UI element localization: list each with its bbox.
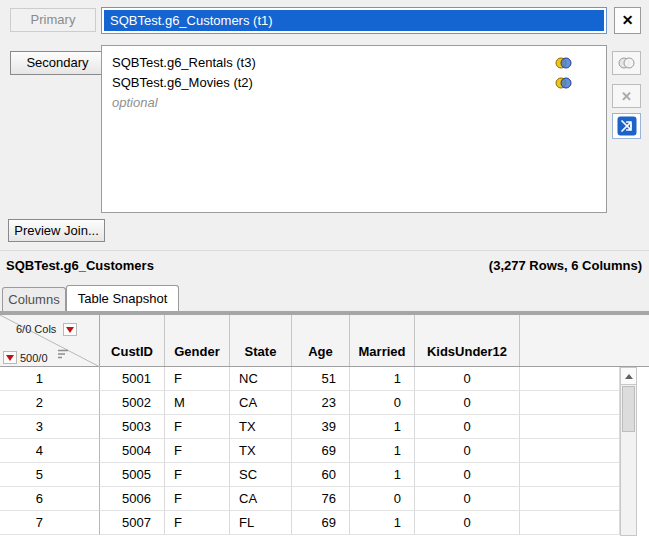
primary-table-field[interactable]: SQBTest.g6_Customers (t1) <box>101 7 607 34</box>
up-arrow-icon <box>625 374 633 379</box>
rows-count-badge: 500/0 <box>20 352 48 364</box>
remove-primary-table-button[interactable]: ✕ <box>614 7 641 34</box>
join-venn-icon[interactable] <box>555 77 572 89</box>
table-cell[interactable]: 0 <box>415 439 520 463</box>
table-snapshot-grid: 6/0 Cols 500/0 CustIDGenderStateAgeMarri… <box>0 311 649 536</box>
columns-count-badge: 6/0 Cols <box>16 323 56 335</box>
table-cell[interactable]: 51 <box>292 367 350 391</box>
grid-body: 15001FNC511025002MCA230035003FTX39104500… <box>0 367 649 535</box>
table-cell[interactable]: M <box>165 391 230 415</box>
column-header-custid[interactable]: CustID <box>100 315 165 366</box>
table-row: 65006FCA7600 <box>0 487 649 511</box>
empty-cell <box>520 463 620 487</box>
table-cell[interactable]: F <box>165 511 230 535</box>
swap-tables-button[interactable] <box>612 113 641 139</box>
table-row: 35003FTX3910 <box>0 415 649 439</box>
table-cell[interactable]: 69 <box>292 439 350 463</box>
primary-label: Primary <box>10 8 96 32</box>
tab-table-snapshot[interactable]: Table Snapshot <box>66 285 179 311</box>
table-cell[interactable]: 60 <box>292 463 350 487</box>
table-cell[interactable]: 5006 <box>100 487 165 511</box>
table-cell[interactable]: 0 <box>415 487 520 511</box>
table-cell[interactable]: 0 <box>415 415 520 439</box>
table-row: 15001FNC5110 <box>0 367 649 391</box>
secondary-table-item[interactable]: SQBTest.g6_Rentals (t3) <box>102 53 606 73</box>
table-cell[interactable]: TX <box>230 415 292 439</box>
empty-cell <box>520 511 620 535</box>
vertical-scrollbar[interactable] <box>620 367 637 536</box>
row-number[interactable]: 4 <box>0 439 100 463</box>
table-cell[interactable]: 76 <box>292 487 350 511</box>
table-cell[interactable]: 69 <box>292 511 350 535</box>
row-number[interactable]: 3 <box>0 415 100 439</box>
primary-table-selection[interactable]: SQBTest.g6_Customers (t1) <box>104 10 604 31</box>
row-number[interactable]: 7 <box>0 511 100 535</box>
secondary-table-list[interactable]: SQBTest.g6_Rentals (t3)SQBTest.g6_Movies… <box>101 45 607 213</box>
table-cell[interactable]: 1 <box>350 415 415 439</box>
join-venn-icon[interactable] <box>555 57 572 69</box>
table-cell[interactable]: 0 <box>415 391 520 415</box>
column-header-gender[interactable]: Gender <box>165 315 230 366</box>
table-cell[interactable]: 1 <box>350 463 415 487</box>
tab-columns[interactable]: Columns <box>2 287 66 311</box>
table-row: 25002MCA2300 <box>0 391 649 415</box>
table-cell[interactable]: CA <box>230 487 292 511</box>
table-cell[interactable]: F <box>165 415 230 439</box>
table-cell[interactable]: F <box>165 439 230 463</box>
crossed-arrows-icon <box>617 116 637 136</box>
header-filler <box>520 315 620 366</box>
table-cell[interactable]: NC <box>230 367 292 391</box>
table-cell[interactable]: 1 <box>350 367 415 391</box>
table-cell[interactable]: 0 <box>415 463 520 487</box>
remove-secondary-table-button[interactable]: ✕ <box>612 84 641 108</box>
table-cell[interactable]: 1 <box>350 511 415 535</box>
table-cell[interactable]: 5007 <box>100 511 165 535</box>
table-cell[interactable]: 5005 <box>100 463 165 487</box>
table-cell[interactable]: 0 <box>350 487 415 511</box>
table-cell[interactable]: 5001 <box>100 367 165 391</box>
table-row: 45004FTX6910 <box>0 439 649 463</box>
table-cell[interactable]: CA <box>230 391 292 415</box>
table-cell[interactable]: 5004 <box>100 439 165 463</box>
column-header-state[interactable]: State <box>230 315 292 366</box>
edit-join-button[interactable] <box>612 51 641 75</box>
table-cell[interactable]: 5002 <box>100 391 165 415</box>
column-header-kidsunder12[interactable]: KidsUnder12 <box>415 315 520 366</box>
table-cell[interactable]: TX <box>230 439 292 463</box>
secondary-optional-placeholder: optional <box>102 93 606 113</box>
preview-join-button[interactable]: Preview Join... <box>8 219 105 242</box>
secondary-table-name: SQBTest.g6_Rentals (t3) <box>112 53 256 73</box>
table-cell[interactable]: 39 <box>292 415 350 439</box>
table-cell[interactable]: 23 <box>292 391 350 415</box>
table-row: 75007FFL6910 <box>0 511 649 535</box>
row-number[interactable]: 6 <box>0 487 100 511</box>
columns-red-triangle-menu[interactable] <box>63 323 77 336</box>
table-cell[interactable]: F <box>165 367 230 391</box>
secondary-button[interactable]: Secondary <box>10 51 105 75</box>
table-row: 55005FSC6010 <box>0 463 649 487</box>
column-header-married[interactable]: Married <box>350 315 415 366</box>
row-number[interactable]: 1 <box>0 367 100 391</box>
table-cell[interactable]: 0 <box>415 367 520 391</box>
secondary-table-item[interactable]: SQBTest.g6_Movies (t2) <box>102 73 606 93</box>
table-cell[interactable]: 0 <box>415 511 520 535</box>
scrollbar-thumb[interactable] <box>622 386 635 432</box>
table-cell[interactable]: SC <box>230 463 292 487</box>
row-number[interactable]: 2 <box>0 391 100 415</box>
table-title: SQBTest.g6_Customers <box>6 258 154 273</box>
rows-red-triangle-menu[interactable] <box>3 351 17 364</box>
scroll-up-button[interactable] <box>621 368 636 385</box>
table-summary: (3,277 Rows, 6 Columns) <box>489 258 642 273</box>
row-number[interactable]: 5 <box>0 463 100 487</box>
secondary-table-name: SQBTest.g6_Movies (t2) <box>112 73 253 93</box>
table-cell[interactable]: FL <box>230 511 292 535</box>
table-cell[interactable]: 1 <box>350 439 415 463</box>
red-triangle-icon <box>66 327 74 333</box>
column-header-age[interactable]: Age <box>292 315 350 366</box>
table-cell[interactable]: F <box>165 463 230 487</box>
table-cell[interactable]: 0 <box>350 391 415 415</box>
empty-cell <box>520 391 620 415</box>
table-cell[interactable]: F <box>165 487 230 511</box>
table-cell[interactable]: 5003 <box>100 415 165 439</box>
rows-list-icon <box>57 348 70 360</box>
